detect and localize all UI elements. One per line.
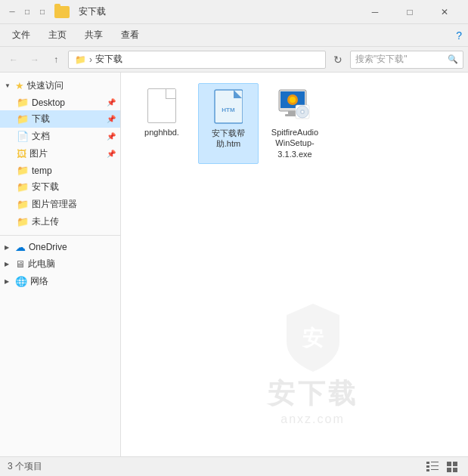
minimize-button[interactable]: ─: [358, 0, 392, 24]
watermark-text-en: anxz.com: [280, 413, 344, 426]
svg-rect-23: [447, 468, 451, 472]
forward-button[interactable]: →: [26, 51, 44, 69]
pin-icon: 📌: [107, 150, 116, 158]
folder-icon: 🖼: [17, 148, 26, 159]
status-bar: 3 个项目: [0, 456, 468, 476]
content-area: 安 安下载 anxz.com pnghhbd.: [121, 73, 468, 456]
sidebar-item-label: temp: [32, 165, 52, 176]
quick-access-section: ▼ ★ 快速访问 📁 Desktop 📌 📁 下载 📌 📄 文档 📌 🖼: [0, 76, 120, 232]
restore-icon: □: [21, 6, 33, 18]
watermark-text-cn: 安下载: [268, 376, 358, 413]
title-bar: ─ □ □ 安下载 ─ □ ✕: [0, 0, 468, 24]
folder-icon: 📄: [17, 131, 29, 142]
network-header[interactable]: ▶ 🌐 网络: [0, 273, 120, 290]
menu-view[interactable]: 查看: [112, 26, 148, 45]
menu-home[interactable]: 主页: [39, 26, 76, 45]
cloud-icon: ☁: [15, 241, 26, 253]
onedrive-label: OneDrive: [29, 242, 67, 252]
file-item-help[interactable]: HTM 安下载帮助.htm: [198, 83, 259, 164]
menu-file[interactable]: 文件: [3, 26, 39, 45]
pc-icon: 🖥: [15, 258, 25, 270]
pin-icon: 📌: [107, 115, 116, 123]
tiles-view-icon: [447, 462, 457, 472]
back-button[interactable]: ←: [5, 51, 23, 69]
pin-icon: 📌: [107, 98, 116, 107]
file-item-spitfire[interactable]: SpitfireAudioWinSetup-3.1.3.exe: [265, 83, 325, 164]
svg-rect-21: [447, 462, 451, 466]
svg-rect-15: [426, 462, 429, 464]
sidebar: ▼ ★ 快速访问 📁 Desktop 📌 📁 下载 📌 📄 文档 📌 🖼: [0, 73, 121, 456]
folder-icon: 📁: [17, 181, 29, 193]
thispc-header[interactable]: ▶ 🖥 此电脑: [0, 255, 120, 273]
window-controls: ─ □ ✕: [358, 0, 462, 24]
sidebar-item-anzdl[interactable]: 📁 安下载: [0, 178, 120, 196]
blank-file-icon: [147, 88, 176, 123]
folder-icon: 📁: [17, 165, 29, 176]
sidebar-item-label: 未上传: [32, 215, 59, 228]
svg-rect-24: [453, 468, 457, 472]
close-button[interactable]: ✕: [427, 0, 462, 24]
chevron-right-icon: ▶: [5, 244, 12, 251]
file-item-pnghhbd[interactable]: pnghhbd.: [132, 83, 192, 164]
chevron-right-icon: ▶: [5, 261, 12, 267]
folder-icon: 📁: [17, 97, 29, 108]
quick-access-header[interactable]: ▼ ★ 快速访问: [0, 77, 120, 94]
file-icon-blank: [144, 88, 180, 124]
watermark: 安 安下载 anxz.com: [268, 300, 358, 426]
item-count: 3 个项目: [8, 460, 42, 473]
sidebar-item-docs[interactable]: 📄 文档 📌: [0, 128, 120, 145]
help-icon[interactable]: ?: [456, 29, 462, 42]
file-icon-htm: HTM: [210, 88, 246, 125]
svg-point-8: [290, 97, 296, 103]
network-label: 网络: [30, 275, 48, 288]
pin-icon: 📌: [107, 132, 116, 141]
chevron-right-icon: ▶: [5, 278, 12, 285]
breadcrumb-current: 安下载: [95, 53, 122, 66]
minimize-icon: ─: [6, 6, 18, 18]
svg-rect-18: [431, 465, 439, 466]
sidebar-item-imgmgr[interactable]: 📁 图片管理器: [0, 196, 120, 213]
watermark-shield: 安: [279, 300, 347, 376]
svg-point-14: [302, 111, 304, 113]
sidebar-item-label: Desktop: [32, 97, 65, 108]
address-bar: ← → ↑ 📁 › 安下载 ↻ 搜索"安下载" 🔍: [0, 47, 468, 73]
svg-rect-19: [426, 469, 429, 471]
menu-share[interactable]: 共享: [76, 26, 112, 45]
quick-access-label: 快速访问: [27, 79, 64, 92]
close-icon: □: [36, 6, 48, 18]
address-path[interactable]: 📁 › 安下载: [68, 51, 326, 69]
sidebar-item-label: 安下载: [32, 181, 59, 193]
search-box[interactable]: 搜索"安下载" 🔍: [350, 51, 463, 69]
window-title: 安下载: [79, 5, 358, 18]
svg-text:HTM: HTM: [222, 107, 235, 113]
folder-icon: 📁: [17, 216, 29, 227]
view-details-button[interactable]: [424, 459, 441, 475]
view-controls: [424, 459, 460, 475]
folder-icon: 📁: [17, 199, 29, 210]
file-name: 安下载帮助.htm: [202, 128, 255, 150]
title-folder-icon: [54, 6, 70, 18]
sidebar-item-label: 图片: [29, 147, 48, 160]
refresh-button[interactable]: ↻: [329, 51, 347, 69]
sidebar-item-label: 文档: [32, 130, 50, 143]
htm-icon: HTM: [214, 89, 243, 124]
sidebar-item-pictures[interactable]: 🖼 图片 📌: [0, 145, 120, 162]
sidebar-item-notupl[interactable]: 📁 未上传: [0, 213, 120, 230]
sidebar-item-downloads[interactable]: 📁 下载 📌: [0, 110, 120, 128]
svg-rect-16: [431, 462, 439, 462]
files-grid: pnghhbd. HTM 安下载帮助.htm: [129, 80, 460, 167]
maximize-button[interactable]: □: [392, 0, 427, 24]
view-tiles-button[interactable]: [444, 459, 460, 475]
up-button[interactable]: ↑: [47, 51, 65, 69]
sidebar-item-temp[interactable]: 📁 temp: [0, 162, 120, 178]
sidebar-item-desktop[interactable]: 📁 Desktop 📌: [0, 94, 120, 110]
star-icon: ★: [15, 80, 24, 91]
folder-icon: 📁: [17, 113, 29, 125]
title-bar-icons: ─ □ □: [6, 6, 48, 18]
svg-text:安: 安: [301, 326, 324, 350]
svg-rect-20: [431, 469, 439, 470]
onedrive-header[interactable]: ▶ ☁ OneDrive: [0, 239, 120, 255]
file-icon-exe: [277, 88, 313, 124]
menu-bar: 文件 主页 共享 查看 ?: [0, 24, 468, 47]
main-layout: ▼ ★ 快速访问 📁 Desktop 📌 📁 下载 📌 📄 文档 📌 🖼: [0, 73, 468, 456]
